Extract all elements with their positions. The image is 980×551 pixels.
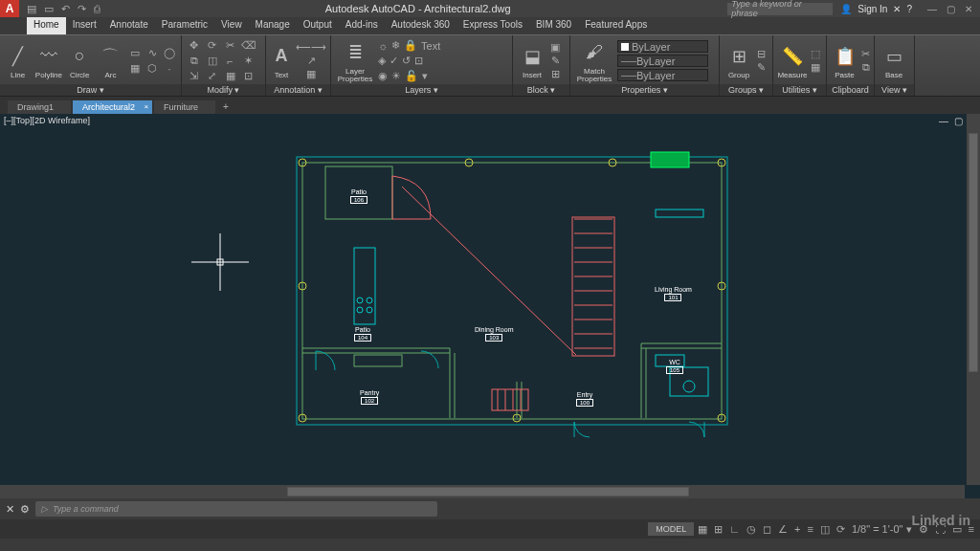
tab-annotate[interactable]: Annotate — [103, 17, 155, 34]
tab-manage[interactable]: Manage — [249, 17, 297, 34]
cmd-close-icon[interactable]: ✕ — [6, 503, 14, 516]
panel-view-label[interactable]: View ▾ — [875, 84, 914, 96]
dyn-icon[interactable]: + — [794, 523, 800, 535]
snap-icon[interactable]: ⊞ — [714, 523, 723, 536]
circle-button[interactable]: ○Circle — [66, 43, 94, 79]
trim-icon[interactable]: ✂ — [222, 39, 238, 53]
polyline-button[interactable]: 〰Polyline — [34, 43, 62, 79]
calc-icon[interactable]: ▦ — [811, 61, 820, 74]
maximize-icon[interactable]: ▢ — [947, 4, 955, 14]
layer-lock-icon[interactable]: 🔒 — [404, 39, 417, 52]
otrack-icon[interactable]: ∠ — [778, 523, 788, 536]
base-button[interactable]: ▭Base — [879, 43, 909, 79]
hatch-icon[interactable]: ▦ — [127, 62, 143, 76]
new-tab-icon[interactable]: + — [217, 99, 234, 114]
panel-annotation-label[interactable]: Annotation ▾ — [266, 84, 330, 96]
tab-a360[interactable]: Autodesk 360 — [385, 17, 457, 34]
osnap-icon[interactable]: ◻ — [763, 523, 771, 536]
mirror-icon[interactable]: ◫ — [204, 55, 220, 68]
panel-layers-label[interactable]: Layers ▾ — [331, 84, 512, 96]
qat-save-icon[interactable]: ▤ — [27, 3, 36, 15]
erase-icon[interactable]: ⌫ — [240, 39, 256, 53]
layer-thaw-icon[interactable]: ☀ — [391, 70, 401, 82]
array-icon[interactable]: ▦ — [222, 70, 238, 83]
fillet-icon[interactable]: ⌐ — [222, 55, 238, 68]
ellipse-icon[interactable]: ◯ — [162, 47, 177, 60]
trans-icon[interactable]: ◫ — [820, 523, 830, 536]
grid-icon[interactable]: ▦ — [698, 523, 707, 536]
qat-undo-icon[interactable]: ↶ — [61, 3, 70, 15]
signin-icon[interactable]: 👤 — [840, 4, 852, 14]
tab-featured[interactable]: Featured Apps — [578, 17, 654, 34]
tab-parametric[interactable]: Parametric — [155, 17, 214, 34]
command-input[interactable]: ▷ Type a command — [35, 501, 437, 517]
spline-icon[interactable]: ∿ — [145, 47, 160, 60]
app-logo[interactable]: A — [0, 0, 19, 17]
tab-express[interactable]: Express Tools — [457, 17, 529, 34]
layer-properties-button[interactable]: ≣Layer Properties — [335, 39, 375, 83]
ungroup-icon[interactable]: ⊟ — [757, 48, 766, 60]
panel-modify-label[interactable]: Modify ▾ — [182, 84, 265, 96]
close-icon[interactable]: ✕ — [965, 4, 972, 14]
filetab-furniture[interactable]: Furniture — [154, 100, 215, 114]
signin-label[interactable]: Sign In — [858, 4, 887, 14]
layer-prev-icon[interactable]: ↺ — [402, 55, 411, 67]
lineweight-combo[interactable]: —— ByLayer — [617, 55, 708, 67]
rotate-icon[interactable]: ⟳ — [204, 39, 220, 53]
horizontal-scrollbar[interactable] — [0, 485, 965, 498]
insert-button[interactable]: ⬓Insert — [517, 43, 547, 79]
paste-button[interactable]: 📋Paste — [831, 43, 858, 79]
arc-button[interactable]: ⌒Arc — [97, 43, 124, 79]
edit-block-icon[interactable]: ✎ — [550, 55, 560, 67]
model-button[interactable]: MODEL — [648, 522, 694, 536]
group-edit-icon[interactable]: ✎ — [757, 61, 766, 74]
polygon-icon[interactable]: ⬡ — [145, 62, 160, 76]
attr-icon[interactable]: ⊞ — [550, 68, 560, 80]
layer-freeze-icon[interactable]: ❄ — [391, 39, 400, 52]
layer-unlock-icon[interactable]: 🔓 — [405, 70, 418, 82]
filetab-architectural2[interactable]: Architectural2× — [73, 100, 152, 114]
tab-output[interactable]: Output — [297, 17, 339, 34]
copy-clip-icon[interactable]: ⧉ — [861, 61, 870, 74]
help-icon[interactable]: ? — [906, 4, 912, 14]
group-button[interactable]: ⊞Group — [724, 43, 754, 79]
layer-on-icon[interactable]: ◉ — [378, 70, 388, 82]
table-icon[interactable]: ▦ — [296, 68, 326, 80]
layer-off-icon[interactable]: ☼ — [378, 39, 388, 52]
rect-icon[interactable]: ▭ — [127, 47, 143, 60]
lw-icon[interactable]: ≡ — [807, 523, 813, 535]
linetype-combo[interactable]: —— ByLayer — [617, 69, 708, 81]
drawing-viewport[interactable]: [–][Top][2D Wireframe] — ▢ ✕ — [0, 114, 980, 498]
tab-home[interactable]: Home — [27, 17, 66, 34]
filetab-drawing1[interactable]: Drawing1 — [8, 100, 71, 114]
point-icon[interactable]: · — [162, 62, 177, 76]
explode-icon[interactable]: ✶ — [240, 55, 256, 68]
leader-icon[interactable]: ↗ — [296, 55, 326, 67]
layer-match-icon[interactable]: ✓ — [390, 55, 398, 67]
qat-redo-icon[interactable]: ↷ — [78, 3, 86, 15]
tab-bim360[interactable]: BIM 360 — [529, 17, 578, 34]
copy-icon[interactable]: ⧉ — [186, 55, 202, 68]
search-input[interactable]: Type a keyword or phrase — [727, 3, 833, 15]
cmd-options-icon[interactable]: ⚙ — [20, 503, 30, 516]
match-properties-button[interactable]: 🖌Match Properties — [574, 39, 614, 83]
dim-icon[interactable]: ⟵⟶ — [296, 41, 326, 54]
vertical-scrollbar[interactable] — [967, 114, 980, 485]
layer-walk-icon[interactable]: ⊡ — [414, 55, 423, 67]
qat-print-icon[interactable]: ⎙ — [94, 3, 100, 15]
tab-view[interactable]: View — [214, 17, 249, 34]
move-icon[interactable]: ✥ — [186, 39, 202, 53]
color-combo[interactable]: ByLayer — [617, 40, 708, 53]
offset-icon[interactable]: ⊡ — [240, 70, 256, 83]
tab-addins[interactable]: Add-ins — [339, 17, 385, 34]
panel-properties-label[interactable]: Properties ▾ — [570, 84, 719, 96]
create-block-icon[interactable]: ▣ — [550, 41, 560, 54]
line-button[interactable]: ╱Line — [4, 43, 32, 79]
scale-label[interactable]: 1/8" = 1'-0" ▾ — [852, 523, 912, 536]
layer-state-icon[interactable]: ▾ — [422, 70, 428, 82]
ortho-icon[interactable]: ∟ — [729, 523, 740, 535]
close-tab-icon[interactable]: × — [144, 102, 148, 111]
text-button[interactable]: AText — [270, 43, 293, 79]
panel-utilities-label[interactable]: Utilities ▾ — [773, 84, 826, 96]
minimize-icon[interactable]: — — [927, 4, 937, 14]
